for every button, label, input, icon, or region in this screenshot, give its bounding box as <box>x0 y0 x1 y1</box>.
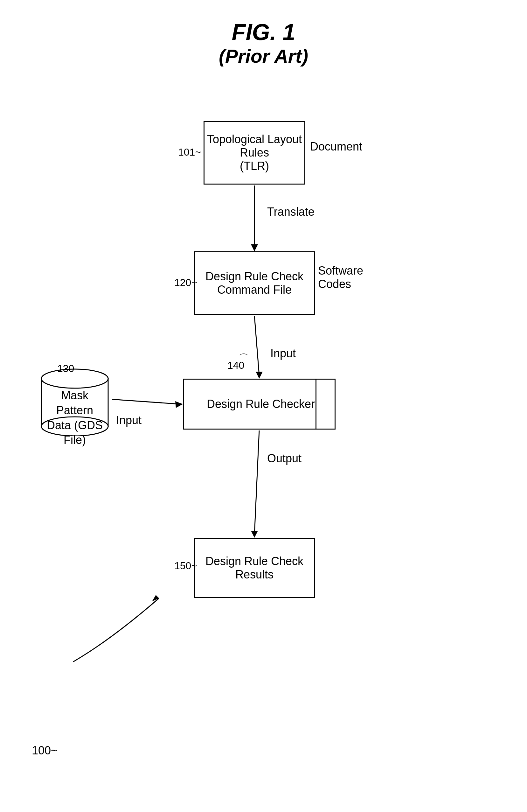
translate-label: Translate <box>267 205 314 219</box>
drc-cmd-side-label: Software Codes <box>318 264 363 291</box>
tlr-side-label: Document <box>310 140 362 154</box>
fig-title: FIG. 1 <box>0 19 527 45</box>
svg-marker-8 <box>152 595 159 601</box>
checker-inner-box <box>316 380 335 429</box>
checker-label: Design Rule Checker <box>184 397 335 411</box>
drc-cmd-box: Design Rule Check Command File <box>194 251 315 315</box>
mask-ref: 130 <box>57 363 74 375</box>
output-label: Output <box>267 452 302 465</box>
results-label: Design Rule Check Results <box>205 555 304 581</box>
fig-subtitle: (Prior Art) <box>0 45 527 67</box>
svg-marker-5 <box>175 401 183 408</box>
svg-marker-7 <box>251 531 258 538</box>
tlr-label: Topological Layout Rules (TLR) <box>207 133 302 173</box>
svg-line-6 <box>254 431 259 535</box>
results-box: Design Rule Check Results <box>194 538 315 598</box>
diagram: Topological Layout Rules (TLR) 101~ Docu… <box>0 83 527 783</box>
drc-cmd-ref: 120~ <box>174 277 197 289</box>
svg-marker-1 <box>251 244 258 251</box>
fig-ref-label: 100~ <box>32 744 58 757</box>
svg-marker-3 <box>256 372 263 379</box>
mask-label: Mask Pattern Data (GDS File) <box>41 388 108 448</box>
page-title: FIG. 1 (Prior Art) <box>0 0 527 67</box>
svg-line-4 <box>112 399 180 404</box>
drc-cmd-label: Design Rule Check Command File <box>205 270 304 296</box>
svg-point-10 <box>41 369 108 388</box>
svg-line-2 <box>254 316 259 375</box>
input-left-label: Input <box>116 414 142 427</box>
input-top-label: Input <box>270 347 296 360</box>
tlr-ref: 101~ <box>178 146 201 158</box>
results-ref: 150~ <box>174 560 197 572</box>
checker-ref-curve: ⌒ <box>238 352 249 366</box>
tlr-box: Topological Layout Rules (TLR) <box>204 121 305 185</box>
checker-box: Design Rule Checker <box>183 379 336 430</box>
